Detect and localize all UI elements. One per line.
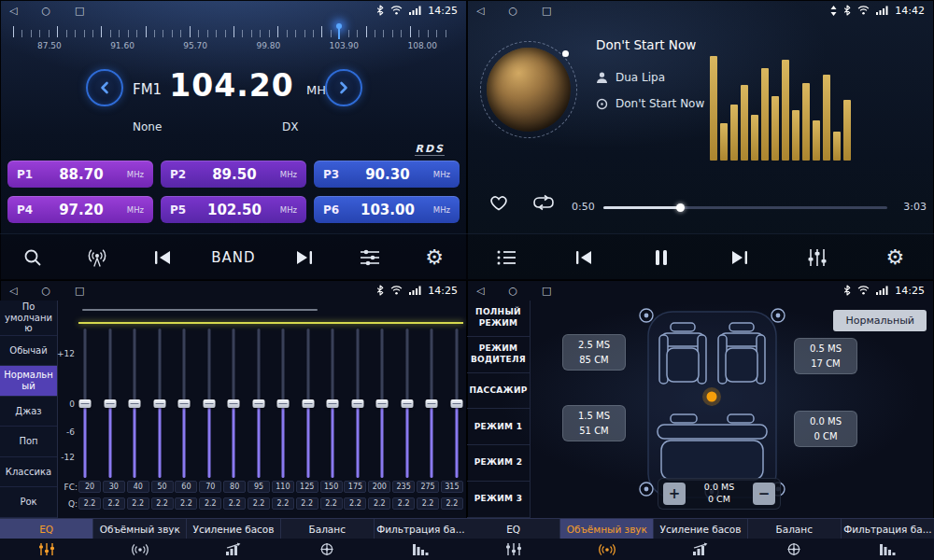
slider-handle[interactable] xyxy=(79,399,92,408)
eq-band-slider[interactable] xyxy=(128,329,141,478)
mode-passenger[interactable]: ПАССАЖИР xyxy=(467,373,530,410)
eq-preset-pop[interactable]: Поп xyxy=(0,427,57,457)
slider-handle[interactable] xyxy=(376,399,389,408)
slider-handle[interactable] xyxy=(252,399,264,408)
slider-handle[interactable] xyxy=(178,399,191,408)
increase-delay-button[interactable]: + xyxy=(663,483,686,505)
eq-band-slider[interactable] xyxy=(425,329,438,478)
back-icon[interactable]: ◁ xyxy=(9,285,17,297)
eq-preset-jazz[interactable]: Джаз xyxy=(0,397,57,427)
recents-icon[interactable]: □ xyxy=(75,285,84,297)
eq-preset-normal[interactable]: Нормальный xyxy=(0,366,57,397)
previous-station-button[interactable] xyxy=(147,241,178,274)
preset-button-p5[interactable]: P5 102.50 MHz xyxy=(161,196,306,223)
tab-surround-icon-button[interactable] xyxy=(560,539,654,560)
eq-band-slider[interactable] xyxy=(78,329,92,478)
delay-front-right[interactable]: 0.5 MS 17 CM xyxy=(794,338,857,374)
preset-button-p4[interactable]: P4 97.20 MHz xyxy=(7,196,153,223)
tab-bass-boost[interactable]: Усиление басов xyxy=(187,519,280,539)
tab-balance[interactable]: Баланс xyxy=(281,519,375,539)
tune-up-button[interactable] xyxy=(325,69,362,106)
mode-full[interactable]: ПОЛНЫЙ РЕЖИМ xyxy=(467,301,530,337)
favorite-button[interactable] xyxy=(488,193,510,216)
back-icon[interactable]: ◁ xyxy=(9,5,17,17)
home-icon[interactable]: ○ xyxy=(508,285,517,297)
tab-filter-icon-button[interactable] xyxy=(374,539,467,560)
delay-front-left[interactable]: 2.5 MS 85 CM xyxy=(562,334,626,371)
slider-handle[interactable] xyxy=(277,399,290,408)
tab-balance[interactable]: Баланс xyxy=(748,519,842,539)
tab-bass-icon-button[interactable] xyxy=(654,539,747,560)
mode-1[interactable]: РЕЖИМ 1 xyxy=(467,409,530,445)
tab-balance-icon-button[interactable] xyxy=(280,539,374,560)
preset-button-p1[interactable]: P1 88.70 MHz xyxy=(7,161,153,188)
tab-filter[interactable]: Фильтрация ба... xyxy=(842,519,934,539)
tab-surround[interactable]: Объёмный звук xyxy=(93,519,187,539)
tab-eq-icon-button[interactable] xyxy=(467,539,560,560)
tab-bass-icon-button[interactable] xyxy=(187,539,280,560)
delay-rear-left[interactable]: 1.5 MS 51 CM xyxy=(562,405,626,441)
tab-surround[interactable]: Объёмный звук xyxy=(560,519,654,539)
settings-button[interactable]: ⚙ xyxy=(879,241,911,274)
recents-icon[interactable]: □ xyxy=(75,5,84,17)
slider-handle[interactable] xyxy=(153,399,165,408)
eq-band-slider[interactable] xyxy=(252,329,265,478)
eq-preset-default[interactable]: По умолчанию xyxy=(0,301,57,336)
slider-handle[interactable] xyxy=(129,399,141,408)
tab-filter[interactable]: Фильтрация ба... xyxy=(375,519,467,539)
eq-band-slider[interactable] xyxy=(227,329,240,478)
repeat-button[interactable] xyxy=(532,194,555,215)
slider-handle[interactable] xyxy=(450,399,462,408)
slider-handle[interactable] xyxy=(302,399,314,408)
eq-band-slider[interactable] xyxy=(177,329,191,478)
tab-eq[interactable]: EQ xyxy=(0,519,93,539)
tab-bass-boost[interactable]: Усиление басов xyxy=(654,519,747,539)
slider-handle[interactable] xyxy=(351,399,363,408)
decrease-delay-button[interactable]: − xyxy=(753,483,775,505)
eq-band-slider[interactable] xyxy=(375,329,389,478)
home-icon[interactable]: ○ xyxy=(41,285,50,297)
home-icon[interactable]: ○ xyxy=(41,5,50,17)
mode-driver[interactable]: РЕЖИМ ВОДИТЕЛЯ xyxy=(467,337,530,373)
back-icon[interactable]: ◁ xyxy=(476,285,484,297)
recents-icon[interactable]: □ xyxy=(542,5,551,17)
tab-surround-icon-button[interactable] xyxy=(93,539,187,560)
eq-band-slider[interactable] xyxy=(450,329,463,478)
eq-preset-custom[interactable]: Обычай xyxy=(0,336,57,367)
eq-band-slider[interactable] xyxy=(302,329,315,478)
tab-eq-icon-button[interactable] xyxy=(0,539,93,560)
tab-balance-icon-button[interactable] xyxy=(747,539,841,560)
surround-preset-button[interactable]: Нормальный xyxy=(833,310,927,331)
slider-handle[interactable] xyxy=(228,399,240,408)
playlist-button[interactable] xyxy=(490,241,522,274)
frequency-ruler[interactable]: 87.50 91.60 95.70 99.80 103.90 108.00 xyxy=(13,26,454,56)
audio-settings-button[interactable] xyxy=(354,241,386,274)
mode-2[interactable]: РЕЖИМ 2 xyxy=(467,445,530,482)
album-art[interactable] xyxy=(487,48,571,132)
preset-button-p6[interactable]: P6 103.00 MHz xyxy=(314,196,460,223)
tab-filter-icon-button[interactable] xyxy=(841,539,934,560)
slider-handle[interactable] xyxy=(327,399,339,408)
home-icon[interactable]: ○ xyxy=(508,5,517,17)
band-button[interactable]: BAND xyxy=(211,241,255,274)
eq-band-slider[interactable] xyxy=(276,329,290,478)
broadcast-button[interactable] xyxy=(81,241,113,274)
seek-bar[interactable] xyxy=(603,206,887,209)
next-station-button[interactable] xyxy=(289,241,320,274)
eq-band-slider[interactable] xyxy=(104,329,117,478)
eq-preset-classic[interactable]: Классика xyxy=(0,457,57,488)
equalizer-button[interactable] xyxy=(801,241,833,274)
recents-icon[interactable]: □ xyxy=(542,285,551,297)
preset-button-p2[interactable]: P2 89.50 MHz xyxy=(161,161,306,188)
eq-band-slider[interactable] xyxy=(351,329,364,478)
progress-knob[interactable] xyxy=(676,203,685,212)
back-icon[interactable]: ◁ xyxy=(476,5,484,17)
next-track-button[interactable] xyxy=(724,241,756,274)
slider-handle[interactable] xyxy=(104,399,116,408)
delay-rear-right[interactable]: 0.0 MS 0 CM xyxy=(794,411,857,447)
slider-handle[interactable] xyxy=(203,399,215,408)
scan-button[interactable] xyxy=(17,241,49,274)
previous-track-button[interactable] xyxy=(568,241,600,274)
tab-eq[interactable]: EQ xyxy=(467,519,560,539)
settings-button[interactable]: ⚙ xyxy=(418,241,450,274)
